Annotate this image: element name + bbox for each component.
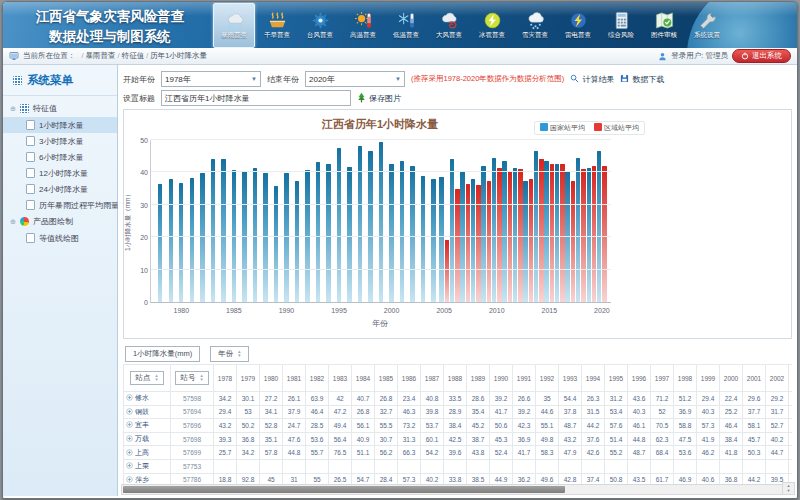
value-cell: 46.3 (398, 405, 421, 419)
bar-group-2017 (565, 140, 576, 302)
nav-item-snow[interactable]: 雪灾普查 (514, 3, 556, 48)
station-id-sort-pill[interactable]: 站号 (175, 371, 208, 385)
national-bar-2012 (513, 168, 517, 302)
bar-group-1990: 1990 (281, 140, 292, 302)
year-column-header[interactable]: 1987 (421, 365, 444, 392)
year-column-header[interactable]: 1983 (329, 365, 352, 392)
year-column-header[interactable]: 1985 (375, 365, 398, 392)
vertical-scroll-buttons[interactable]: ▲▼ (782, 482, 795, 495)
tree-group-pie[interactable]: ⊕产品图绘制 (3, 213, 117, 230)
y-tick-label: 0 (131, 299, 148, 306)
nav-item-cold[interactable]: 低温普查 (385, 3, 427, 48)
tree-group-grid[interactable]: ⊕特征值 (3, 100, 117, 117)
nav-label: 系统设置 (694, 31, 720, 40)
value-cell: 56.2 (375, 446, 398, 460)
station-sort-pill[interactable]: 站点 (130, 371, 163, 385)
year-column-header[interactable]: 1994 (582, 365, 605, 392)
breadcrumb-link[interactable]: 特征值 (122, 51, 145, 60)
value-cell: 51.4 (605, 432, 628, 446)
expand-row-icon[interactable] (126, 449, 133, 457)
year-column-header[interactable]: 1981 (283, 365, 306, 392)
year-column-header[interactable]: 2003 (789, 365, 793, 392)
gridline (151, 204, 611, 205)
year-column-header[interactable]: 1996 (628, 365, 651, 392)
station-name: 修水 (135, 394, 149, 401)
nav-item-lightning[interactable]: 雷电普查 (557, 3, 599, 48)
year-column-header[interactable]: 2002 (766, 365, 789, 392)
chart-title-input[interactable] (161, 90, 351, 106)
tree-item[interactable]: 12小时降水量 (3, 165, 117, 181)
tree-item[interactable]: 等值线绘图 (3, 230, 117, 246)
expand-row-icon[interactable] (126, 421, 133, 429)
year-column-header[interactable]: 1979 (237, 365, 260, 392)
year-column-header[interactable]: 2000 (720, 365, 743, 392)
year-column-header[interactable]: 1980 (260, 365, 283, 392)
nav-item-hot[interactable]: 高温普查 (342, 3, 384, 48)
save-image-button[interactable]: 保存图片 (357, 92, 401, 105)
expand-row-icon[interactable] (126, 462, 133, 470)
year-column-header[interactable]: 2001 (743, 365, 766, 392)
year-column-header[interactable]: 1986 (398, 365, 421, 392)
value-cell: 44.8 (283, 446, 306, 460)
value-cell: 52.4 (490, 446, 513, 460)
year-column-header[interactable]: 1988 (444, 365, 467, 392)
tree-group-label: 产品图绘制 (33, 216, 73, 227)
expander-icon[interactable]: ⊕ (10, 105, 16, 112)
expand-row-icon[interactable] (126, 408, 133, 416)
year-column-header[interactable]: 1997 (651, 365, 674, 392)
year-sort-pill[interactable]: 年份 (210, 346, 249, 362)
end-year-select[interactable]: 2020年▼ (305, 71, 405, 87)
tree-item[interactable]: 1小时降水量 (3, 117, 117, 133)
main-area: 系统菜单 ⊕特征值1小时降水量3小时降水量6小时降水量12小时降水量24小时降水… (3, 65, 797, 496)
value-cell (743, 459, 766, 473)
start-year-select[interactable]: 1978年▼ (161, 71, 261, 87)
year-column-header[interactable]: 1984 (352, 365, 375, 392)
chart-panel: 江西省历年1小时降水量 国家站平均区域站平均 1小时降水量（mm） 198019… (123, 109, 792, 339)
tree-item[interactable]: 6小时降水量 (3, 149, 117, 165)
value-cell: 22.4 (720, 392, 743, 406)
breadcrumb-link[interactable]: 历年1小时降水量 (150, 51, 207, 60)
year-column-header[interactable]: 1993 (559, 365, 582, 392)
nav-item-wind[interactable]: 大风普查 (428, 3, 470, 48)
breadcrumb: /暴雨普查/特征值/历年1小时降水量 (80, 51, 207, 61)
value-cell: 53.6 (306, 432, 329, 446)
expand-row-icon[interactable] (126, 476, 133, 484)
year-column-header[interactable]: 1989 (467, 365, 490, 392)
year-column-header[interactable]: 1999 (697, 365, 720, 392)
bar-group-1980: 1980 (176, 140, 187, 302)
settings-icon (696, 11, 719, 30)
gridline (151, 269, 611, 270)
logout-button[interactable]: 退出系统 (732, 49, 791, 63)
bar-group-1986 (239, 140, 250, 302)
expander-icon[interactable]: ⊕ (10, 218, 16, 225)
value-cell: 37.8 (559, 405, 582, 419)
year-column-header[interactable]: 1982 (306, 365, 329, 392)
nav-item-hail[interactable]: 冰雹普查 (471, 3, 513, 48)
year-column-header[interactable]: 1991 (513, 365, 536, 392)
nav-item-rain[interactable]: 暴雨普查 (213, 3, 255, 48)
nav-item-risk[interactable]: 综合风险 (600, 3, 642, 48)
national-bar-2018 (576, 158, 580, 302)
year-column-header[interactable]: 1995 (605, 365, 628, 392)
nav-item-settings[interactable]: 系统设置 (686, 3, 728, 48)
tree-item[interactable]: 3小时降水量 (3, 133, 117, 149)
value-cell: 49.8 (536, 432, 559, 446)
year-column-header[interactable]: 1998 (674, 365, 697, 392)
horizontal-scrollbar[interactable] (121, 484, 783, 495)
year-column-header[interactable]: 1990 (490, 365, 513, 392)
nav-item-drought[interactable]: 干旱普查 (256, 3, 298, 48)
tree-item[interactable]: 24小时降水量 (3, 181, 117, 197)
data-download-button[interactable]: 数据下载 (620, 74, 664, 85)
nav-item-audit[interactable]: 图件审核 (643, 3, 685, 48)
tree-item[interactable]: 历年暴雨过程平均雨量 (3, 197, 117, 213)
year-column-header[interactable]: 1978 (214, 365, 237, 392)
value-cell: 57.8 (260, 446, 283, 460)
nav-item-typhoon[interactable]: 台风普查 (299, 3, 341, 48)
compute-result-button[interactable]: 计算结果 (570, 74, 614, 85)
year-column-header[interactable]: 1992 (536, 365, 559, 392)
bar-group-1995: 1995 (334, 140, 345, 302)
breadcrumb-link[interactable]: 暴雨普查 (86, 51, 116, 60)
scrollbar-thumb[interactable] (123, 486, 565, 493)
expand-row-icon[interactable] (126, 394, 133, 402)
expand-row-icon[interactable] (126, 435, 133, 443)
